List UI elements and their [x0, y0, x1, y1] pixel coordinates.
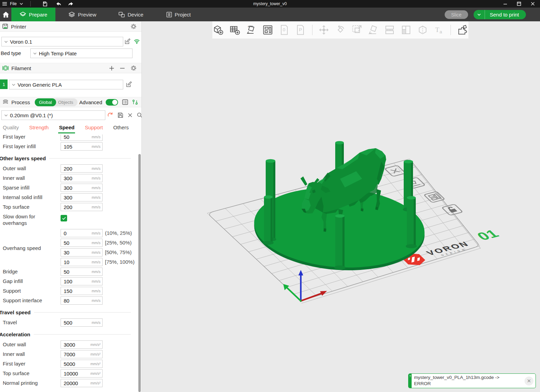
- split-to-parts-icon[interactable]: [400, 24, 412, 36]
- lay-on-face-icon[interactable]: [367, 24, 379, 36]
- param-input[interactable]: 100mm/s: [61, 277, 103, 285]
- param-input[interactable]: 10000mm/s²: [61, 369, 103, 378]
- bed-type-select[interactable]: High Temp Plate: [30, 48, 133, 58]
- advanced-toggle[interactable]: [106, 99, 118, 106]
- param-input[interactable]: 105mm/s: [61, 142, 103, 151]
- tab-others[interactable]: Others: [113, 124, 129, 133]
- send-options-button[interactable]: [474, 10, 485, 19]
- param-input[interactable]: 300mm/s: [61, 184, 103, 192]
- add-object-icon[interactable]: [212, 24, 224, 36]
- compare-presets-icon[interactable]: [132, 99, 138, 105]
- edit-filament-icon[interactable]: [126, 81, 132, 87]
- filament-settings-icon[interactable]: [130, 65, 137, 71]
- scale-icon[interactable]: [351, 24, 363, 36]
- param-label: Bridge: [0, 268, 61, 276]
- printer-select[interactable]: Voron 0.1: [1, 37, 123, 46]
- tab-project[interactable]: Project: [158, 8, 199, 21]
- process-preset-select[interactable]: 0.20mm @V0.1 (*): [1, 110, 105, 120]
- tab-support[interactable]: Support: [85, 124, 103, 133]
- reset-preset-icon[interactable]: [107, 112, 113, 118]
- send-to-print-group: Send to print: [474, 10, 526, 19]
- assembly-icon[interactable]: [456, 24, 468, 36]
- cut-icon[interactable]: [417, 24, 429, 36]
- scope-global[interactable]: Global: [35, 98, 56, 106]
- param-input[interactable]: 300mm/s: [61, 174, 103, 182]
- text-icon[interactable]: Ta: [433, 24, 445, 36]
- menu-icon[interactable]: [2, 2, 7, 6]
- redo-icon[interactable]: [68, 2, 74, 6]
- param-input[interactable]: 3000mm/s²: [61, 340, 103, 349]
- param-input[interactable]: 150mm/s: [61, 287, 103, 295]
- undo-icon[interactable]: [56, 2, 62, 6]
- save-preset-icon[interactable]: [118, 112, 123, 118]
- tab-speed[interactable]: Speed: [59, 124, 74, 133]
- overhang-range: [50%, 75%): [103, 248, 132, 257]
- param-input[interactable]: 20000mm/s²: [61, 379, 103, 387]
- param-input[interactable]: 7000mm/s²: [61, 350, 103, 358]
- chevron-down-icon: [33, 52, 37, 55]
- maximize-button[interactable]: [517, 1, 521, 6]
- param-input[interactable]: 50mm/s: [61, 134, 103, 141]
- param-input[interactable]: 50mm/s: [61, 239, 103, 247]
- param-input[interactable]: 30mm/s: [61, 248, 103, 257]
- param-label: Support: [0, 287, 61, 295]
- remove-filament-icon[interactable]: [120, 66, 125, 71]
- param-input[interactable]: 5000mm/s²: [61, 360, 103, 368]
- auto-orient-icon[interactable]: AUTO: [245, 24, 257, 36]
- add-filament-icon[interactable]: [109, 66, 114, 71]
- add-plate-icon[interactable]: [229, 24, 241, 36]
- edit-printer-icon[interactable]: [125, 39, 130, 44]
- minimize-button[interactable]: [503, 1, 508, 6]
- home-button[interactable]: [0, 8, 11, 21]
- close-button[interactable]: [530, 1, 535, 6]
- speed-parameters-panel: First layer 50mm/s First layer infill 10…: [0, 134, 136, 392]
- filament-slot-badge[interactable]: 1: [0, 79, 8, 89]
- copy-icon[interactable]: 0: [278, 24, 290, 36]
- viewport-3d[interactable]: VORON D E S I G N 01: [142, 21, 540, 392]
- param-input[interactable]: 200mm/s: [61, 203, 103, 211]
- section-other-layers-speed: Other layers speed: [0, 152, 136, 164]
- section-travel-speed: Travel speed: [0, 306, 136, 318]
- slowdown-checkbox[interactable]: [61, 215, 67, 221]
- tab-preview[interactable]: Preview: [60, 8, 104, 21]
- filament-select[interactable]: Voron Generic PLA: [9, 80, 123, 89]
- notification-toast: ? mystery_tower_v0_PLA_1h13m.gcode -> ER…: [408, 373, 536, 388]
- notification-close-button[interactable]: ✕: [525, 377, 533, 385]
- param-input[interactable]: 80mm/s: [61, 296, 103, 305]
- param-input[interactable]: 0mm/s: [61, 229, 103, 237]
- notification-line1: mystery_tower_v0_PLA_1h13m.gcode ->: [414, 374, 499, 381]
- slice-button[interactable]: Slice: [445, 10, 468, 19]
- param-input[interactable]: 10mm/s: [61, 258, 103, 266]
- send-to-print-button[interactable]: Send to print: [485, 12, 526, 18]
- tab-prepare[interactable]: Prepare: [11, 8, 55, 21]
- paste-icon[interactable]: P: [295, 24, 307, 36]
- move-icon[interactable]: [318, 24, 330, 36]
- split-to-objects-icon[interactable]: [384, 24, 396, 36]
- param-input[interactable]: 200mm/s: [61, 164, 103, 173]
- arrange-icon[interactable]: [262, 24, 274, 36]
- scope-objects[interactable]: Objects: [56, 100, 77, 105]
- process-scope-toggle: Global Objects: [35, 98, 77, 106]
- printer-settings-icon[interactable]: [130, 23, 137, 30]
- tab-device[interactable]: Device: [110, 8, 152, 21]
- parameter-list-icon[interactable]: [122, 99, 128, 105]
- overhang-range: [25%, 50%): [103, 239, 132, 247]
- param-input[interactable]: 500mm/s: [61, 318, 103, 327]
- wifi-icon[interactable]: [134, 39, 140, 44]
- printer-icon: [2, 24, 8, 29]
- chevron-down-icon: [12, 84, 15, 86]
- advanced-label: Advanced: [79, 99, 102, 105]
- tab-quality[interactable]: Quality: [3, 124, 19, 133]
- param-input[interactable]: 300mm/s: [61, 193, 103, 202]
- param-label: Internal solid infill: [0, 193, 61, 202]
- file-menu[interactable]: File: [10, 1, 17, 6]
- tab-strength[interactable]: Strength: [29, 124, 49, 133]
- plate-close-icon[interactable]: [384, 165, 405, 177]
- save-icon[interactable]: [42, 1, 47, 7]
- sidebar-scrollbar[interactable]: [138, 154, 141, 392]
- chevron-down-icon[interactable]: [19, 2, 23, 5]
- clear-preset-icon[interactable]: [128, 113, 133, 118]
- param-input[interactable]: 50mm/s: [61, 268, 103, 276]
- prepare-icon: [20, 12, 26, 18]
- rotate-icon[interactable]: [335, 24, 347, 36]
